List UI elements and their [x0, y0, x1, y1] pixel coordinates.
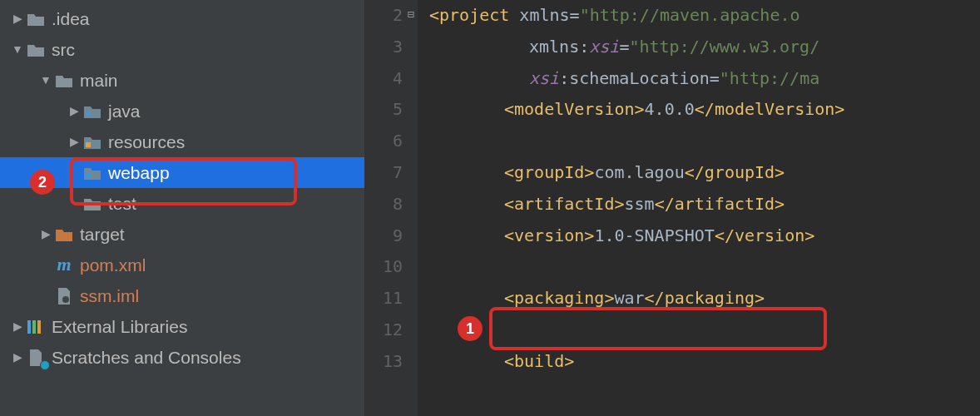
line-number[interactable]: 8 — [364, 189, 403, 220]
tree-label: Scratches and Consoles — [52, 345, 241, 369]
tree-item-pom[interactable]: ▶ m pom.xml — [0, 250, 364, 280]
tree-item-src[interactable]: ▼ src — [0, 34, 364, 65]
chevron-right-icon[interactable]: ▶ — [10, 319, 25, 335]
resources-folder-icon — [82, 135, 103, 150]
chevron-right-icon[interactable]: ▶ — [38, 226, 53, 243]
tree-item-resources[interactable]: ▶ resources — [0, 126, 364, 157]
chevron-right-icon[interactable]: ▶ — [10, 349, 25, 366]
tree-label: main — [80, 68, 118, 92]
line-number[interactable]: 3 — [364, 32, 403, 63]
tree-item-iml[interactable]: ▶ ssm.iml — [0, 280, 364, 311]
svg-point-2 — [86, 173, 91, 178]
annotation-badge-1: 1 — [458, 316, 483, 341]
tree-item-test[interactable]: ▶ test — [0, 188, 364, 219]
folder-icon — [53, 73, 75, 88]
annotation-badge-2: 2 — [30, 170, 55, 195]
code-line[interactable]: <groupId>com.lagou</groupId> — [429, 157, 980, 189]
chevron-right-icon[interactable]: ▶ — [67, 134, 82, 151]
tree-label: External Libraries — [52, 314, 187, 339]
module-file-icon — [53, 287, 75, 305]
tree-label: java — [108, 99, 141, 123]
line-number[interactable]: 11 — [364, 283, 403, 314]
line-number[interactable]: 7 — [364, 157, 403, 189]
code-line[interactable]: <project xmlns="http://maven.apache.o — [429, 0, 980, 32]
chevron-down-icon[interactable]: ▼ — [38, 72, 53, 89]
svg-rect-1 — [86, 142, 91, 147]
code-line[interactable]: <version>1.0-SNAPSHOT</version> — [429, 220, 980, 252]
line-number[interactable]: 5 — [364, 94, 403, 126]
tree-label: pom.xml — [80, 253, 146, 277]
tree-item-scratches[interactable]: ▶ Scratches and Consoles — [0, 342, 364, 373]
tree-label: src — [52, 37, 75, 62]
code-line[interactable]: <artifactId>ssm</artifactId> — [429, 189, 980, 220]
chevron-right-icon[interactable]: ▶ — [10, 11, 25, 27]
tree-label: webapp — [108, 161, 170, 185]
tree-item-external-libraries[interactable]: ▶ External Libraries — [0, 311, 364, 342]
folder-icon — [25, 12, 47, 27]
folder-icon — [82, 196, 103, 211]
code-line[interactable]: <build> — [429, 346, 980, 378]
target-folder-icon — [53, 227, 75, 242]
line-number[interactable]: 10 — [364, 251, 403, 283]
tree-item-java[interactable]: ▶ java — [0, 96, 364, 126]
web-folder-icon — [82, 166, 103, 181]
line-number[interactable]: 9 — [364, 220, 403, 252]
tree-label: target — [80, 222, 125, 246]
line-number-gutter[interactable]: ⊟ 2 3 4 5 6 7 8 9 10 11 12 13 — [364, 0, 418, 416]
code-line[interactable] — [429, 251, 980, 283]
svg-rect-5 — [32, 320, 36, 334]
code-line[interactable] — [429, 314, 980, 346]
line-number[interactable]: 4 — [364, 63, 403, 95]
scratches-icon — [25, 349, 47, 367]
tree-label: test — [108, 191, 136, 215]
tree-label: ssm.iml — [80, 284, 139, 308]
libraries-icon — [25, 319, 47, 335]
code-line[interactable]: xsi:schemaLocation="http://ma — [429, 63, 980, 95]
chevron-down-icon[interactable]: ▼ — [10, 42, 25, 58]
code-line[interactable]: <modelVersion>4.0.0</modelVersion> — [429, 94, 980, 126]
code-line[interactable] — [429, 126, 980, 157]
svg-point-3 — [62, 296, 69, 303]
project-tree[interactable]: ▶ .idea ▼ src ▼ main ▶ java ▶ r — [0, 0, 364, 416]
clock-badge-icon — [40, 360, 50, 370]
source-folder-icon — [82, 104, 103, 119]
tree-item-idea[interactable]: ▶ .idea — [0, 3, 364, 34]
code-line[interactable]: <packaging>war</packaging> — [429, 283, 980, 314]
maven-file-icon: m — [53, 252, 75, 278]
tree-label: .idea — [52, 7, 90, 31]
svg-rect-4 — [27, 320, 31, 334]
line-number[interactable]: 13 — [364, 346, 403, 378]
folder-icon — [25, 42, 47, 57]
tree-item-main[interactable]: ▼ main — [0, 65, 364, 96]
tree-item-target[interactable]: ▶ target — [0, 219, 364, 250]
svg-point-0 — [86, 111, 91, 116]
line-number[interactable]: 2 — [364, 0, 403, 32]
fold-minus-icon[interactable]: ⊟ — [408, 7, 414, 23]
line-number[interactable]: 6 — [364, 126, 403, 157]
tree-label: resources — [108, 130, 185, 154]
code-line[interactable]: xmlns:xsi="http://www.w3.org/ — [429, 32, 980, 63]
line-number[interactable]: 12 — [364, 314, 403, 346]
code-editor[interactable]: <project xmlns="http://maven.apache.o xm… — [418, 0, 980, 416]
chevron-right-icon[interactable]: ▶ — [67, 103, 82, 120]
svg-rect-6 — [37, 320, 41, 334]
